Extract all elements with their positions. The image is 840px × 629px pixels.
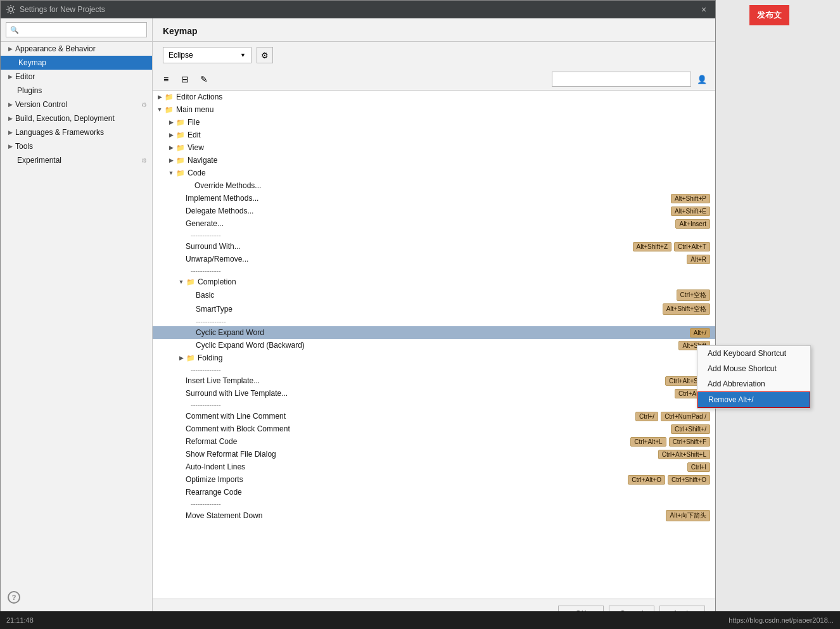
tree-row[interactable]: Unwrap/Remove... Alt+R	[153, 253, 715, 265]
tree-item-label: Code	[188, 168, 715, 177]
context-menu-item-add-keyboard[interactable]: Add Keyboard Shortcut	[697, 346, 810, 361]
sidebar-item-tools[interactable]: ▶ Tools	[1, 139, 152, 153]
context-menu-item-add-abbreviation[interactable]: Add Abbreviation	[697, 376, 810, 391]
sidebar-item-label: Experimental	[17, 156, 141, 165]
shortcut-badge: Alt+Shift+P	[671, 194, 710, 203]
sidebar-item-label: Appearance & Behavior	[15, 44, 147, 53]
sidebar-item-languages[interactable]: ▶ Languages & Frameworks	[1, 125, 152, 139]
tree-item-label: Generate...	[186, 219, 675, 228]
dialog-title: Settings for New Projects	[20, 5, 697, 14]
tree-row[interactable]: ▶ 📁 File	[153, 116, 715, 129]
shortcut-badge: Ctrl+空格	[677, 289, 710, 301]
tree-item-label: Delegate Methods...	[186, 206, 671, 215]
tree-collapse-icon[interactable]: ▼	[167, 170, 175, 176]
scheme-dropdown[interactable]: Eclipse ▼	[163, 47, 251, 63]
tree-row[interactable]: ▶ 📁 Edit	[153, 129, 715, 141]
tree-collapse-icon[interactable]: ▼	[155, 106, 164, 113]
context-menu-item-remove[interactable]: Remove Alt+/	[697, 391, 810, 408]
shortcuts-area: Ctrl+I	[687, 462, 710, 472]
arrow-icon: ▶	[8, 46, 13, 52]
shortcuts-area: Ctrl+Alt+L Ctrl+Shift+F	[630, 437, 710, 447]
tree-row[interactable]: Move Statement Down Alt+向下箭头	[153, 509, 715, 523]
context-menu-item-add-mouse[interactable]: Add Mouse Shortcut	[697, 361, 810, 376]
tree-row[interactable]: Implement Methods... Alt+Shift+P	[153, 192, 715, 205]
tree-expand-icon[interactable]: ▶	[155, 94, 164, 100]
tree-expand-icon[interactable]: ▶	[177, 355, 186, 361]
tree-item-label: Surround with Live Template...	[186, 389, 675, 398]
tree-row[interactable]: ▶ 📁 View	[153, 141, 715, 154]
tree-row[interactable]: ▶ 📁 Navigate	[153, 154, 715, 167]
tree-item-label: Navigate	[188, 156, 715, 165]
tree-row[interactable]: Delegate Methods... Alt+Shift+E	[153, 205, 715, 217]
tree-expand-icon[interactable]: ▶	[167, 132, 175, 138]
tree-row[interactable]: Cyclic Expand Word (Backward) Alt+Shift	[153, 339, 715, 352]
tree-expand-icon[interactable]: ▶	[167, 144, 175, 151]
taskbar-time: 21:11:48	[6, 616, 34, 624]
settings-dialog: Settings for New Projects × ▶ Appearance…	[0, 0, 716, 629]
close-button[interactable]: ×	[697, 3, 710, 16]
sidebar-search-input[interactable]	[6, 22, 147, 37]
tree-row[interactable]: ▶ 📁 Editor Actions	[153, 91, 715, 103]
keymap-section-title: Keymap	[153, 18, 715, 42]
tree-row-cyclic-expand[interactable]: Cyclic Expand Word Alt+/	[153, 326, 715, 339]
tree-item-label: File	[188, 118, 715, 127]
tree-row[interactable]: SmartType Alt+Shift+空格	[153, 302, 715, 316]
csdn-publish-button[interactable]: 发布文	[749, 5, 789, 25]
tree-expand-icon[interactable]: ▶	[167, 157, 175, 163]
folder-icon: 📁	[164, 93, 174, 101]
settings-icon	[6, 4, 16, 15]
shortcuts-area: Alt+/	[690, 328, 710, 338]
tree-row[interactable]: Rearrange Code	[153, 486, 715, 499]
tree-expand-icon[interactable]: ▶	[167, 119, 175, 125]
tree-row[interactable]: Optimize Imports Ctrl+Alt+O Ctrl+Shift+O	[153, 473, 715, 486]
keymap-search-input[interactable]	[552, 72, 691, 87]
tree-row[interactable]: Auto-Indent Lines Ctrl+I	[153, 461, 715, 473]
expand-all-button[interactable]: ≡	[158, 71, 174, 87]
sidebar-item-version-control[interactable]: ▶ Version Control ⚙	[1, 98, 152, 111]
tree-separator: -------------	[153, 400, 715, 410]
tree-item-label: Move Statement Down	[186, 511, 666, 520]
tree-row[interactable]: Generate... Alt+Insert	[153, 217, 715, 230]
edit-shortcut-button[interactable]: ✎	[196, 71, 212, 87]
tree-row[interactable]: Override Methods...	[153, 179, 715, 192]
tree-row[interactable]: Surround with Live Template... Ctrl+Alt+…	[153, 387, 715, 400]
sidebar-item-plugins[interactable]: Plugins	[1, 84, 152, 98]
dialog-body: ▶ Appearance & Behavior Keymap ▶ Editor …	[1, 18, 715, 628]
sidebar-item-label: Build, Execution, Deployment	[15, 114, 147, 123]
sidebar-item-editor[interactable]: ▶ Editor	[1, 70, 152, 84]
tree-item-label: Cyclic Expand Word	[196, 328, 690, 337]
sidebar-item-experimental[interactable]: Experimental ⚙	[1, 153, 152, 167]
scheme-settings-button[interactable]: ⚙	[257, 47, 273, 63]
keymap-tree[interactable]: ▶ 📁 Editor Actions ▼ 📁 Main menu ▶ 📁 Fil…	[153, 91, 715, 599]
tree-row[interactable]: Basic Ctrl+空格	[153, 288, 715, 302]
find-actions-button[interactable]: 👤	[694, 71, 710, 87]
tree-row[interactable]: ▼ 📁 Code	[153, 167, 715, 179]
sidebar-item-keymap[interactable]: Keymap	[1, 56, 152, 70]
shortcut-badge: Alt+向下箭头	[666, 510, 710, 521]
tree-row[interactable]: Surround With... Alt+Shift+Z Ctrl+Alt+T	[153, 240, 715, 253]
help-icon[interactable]: ?	[8, 591, 20, 604]
collapse-all-button[interactable]: ⊟	[177, 71, 193, 87]
tree-row[interactable]: Show Reformat File Dialog Ctrl+Alt+Shift…	[153, 448, 715, 461]
shortcuts-area: Alt+Shift+E	[671, 206, 710, 216]
tree-row[interactable]: Insert Live Template... Ctrl+Alt+Shift	[153, 374, 715, 387]
scheme-label: Eclipse	[169, 51, 193, 60]
tree-collapse-icon[interactable]: ▼	[177, 279, 186, 285]
tree-row[interactable]: Comment with Line Comment Ctrl+/ Ctrl+Nu…	[153, 410, 715, 423]
gear-icon: ⚙	[141, 101, 147, 108]
sidebar-item-appearance[interactable]: ▶ Appearance & Behavior	[1, 42, 152, 56]
toolbar-area: ≡ ⊟ ✎ 👤	[153, 68, 715, 91]
tree-row[interactable]: ▼ 📁 Main menu	[153, 103, 715, 116]
tree-row[interactable]: Comment with Block Comment Ctrl+Shift+/	[153, 423, 715, 435]
sidebar-item-build[interactable]: ▶ Build, Execution, Deployment	[1, 111, 152, 125]
shortcut-badge: Ctrl+Shift+/	[671, 424, 710, 434]
tree-item-label: Auto-Indent Lines	[186, 462, 687, 471]
shortcuts-area: Alt+Insert	[675, 219, 710, 229]
tree-row[interactable]: Reformat Code Ctrl+Alt+L Ctrl+Shift+F	[153, 435, 715, 448]
shortcut-badge: Ctrl+Shift+O	[668, 475, 710, 485]
tree-item-label: Editor Actions	[176, 92, 715, 101]
shortcut-badge: Ctrl+Alt+Shift+L	[658, 450, 710, 459]
tree-row[interactable]: ▼ 📁 Completion	[153, 276, 715, 288]
tree-separator: -------------	[153, 364, 715, 374]
tree-row[interactable]: ▶ 📁 Folding	[153, 352, 715, 364]
